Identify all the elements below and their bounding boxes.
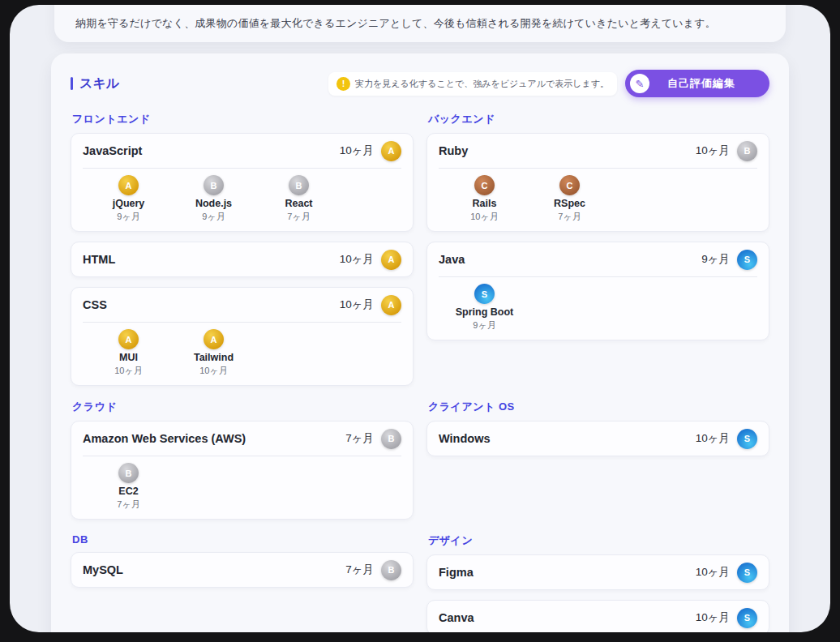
subskill-rails: C Rails 10ヶ月 (442, 175, 527, 223)
grade-badge: B (381, 429, 401, 449)
skill-card-canva: Canva 10ヶ月 S (426, 600, 769, 632)
skill-duration: 9ヶ月 (701, 252, 730, 267)
category-label: DB (72, 533, 414, 546)
skills-grid: フロントエンド JavaScript 10ヶ月 A (71, 112, 769, 632)
skill-duration: 10ヶ月 (340, 252, 374, 267)
warning-icon: ! (336, 77, 350, 91)
grade-badge: B (118, 463, 139, 483)
skill-card-java: Java 9ヶ月 S S Spring Boot (426, 242, 769, 340)
skill-name: CSS (83, 298, 107, 311)
grade-badge: S (737, 250, 757, 270)
app-window: 納期を守るだけでなく、成果物の価値を最大化できるエンジニアとして、今後も信頼され… (10, 5, 830, 632)
skill-name: Figma (439, 566, 474, 579)
skill-name: Canva (439, 611, 474, 624)
skill-card-aws: Amazon Web Services (AWS) 7ヶ月 B B (71, 421, 414, 520)
subskill-spring-boot: S Spring Boot 9ヶ月 (442, 284, 527, 332)
category-cloud: クラウド Amazon Web Services (AWS) 7ヶ月 B (71, 400, 414, 520)
category-label: バックエンド (428, 112, 769, 126)
divider (83, 322, 401, 323)
grid-row: クラウド Amazon Web Services (AWS) 7ヶ月 B (71, 400, 769, 520)
skill-duration: 10ヶ月 (696, 565, 730, 580)
category-label: クライアント OS (428, 400, 769, 414)
grade-badge: S (737, 563, 757, 583)
subskill-mui: A MUI 10ヶ月 (86, 329, 171, 377)
skill-duration: 7ヶ月 (345, 563, 374, 577)
skill-duration: 10ヶ月 (340, 143, 374, 158)
skill-duration: 7ヶ月 (345, 431, 374, 446)
grade-badge: A (118, 175, 139, 195)
grid-row: DB MySQL 7ヶ月 B (71, 533, 769, 632)
header-right: ! 実力を見える化することで、強みをビジュアルで表示します。 ✎ 自己評価編集 (328, 70, 769, 97)
skill-duration: 10ヶ月 (696, 431, 730, 446)
section-title: スキル (71, 75, 119, 92)
grade-badge: B (381, 560, 401, 580)
edit-button-label: 自己評価編集 (649, 76, 753, 91)
self-evaluation-edit-button[interactable]: ✎ 自己評価編集 (625, 70, 769, 97)
category-backend: バックエンド Ruby 10ヶ月 B (426, 112, 769, 340)
grade-badge: A (381, 141, 401, 161)
subskill-tailwind: A Tailwind 10ヶ月 (171, 329, 256, 377)
skill-name: Ruby (439, 144, 468, 157)
grade-badge: C (474, 175, 495, 195)
subskill-nodejs: B Node.js 9ヶ月 (171, 175, 256, 223)
skills-header: スキル ! 実力を見える化することで、強みをビジュアルで表示します。 ✎ 自己評… (71, 70, 769, 97)
pencil-icon: ✎ (630, 74, 649, 93)
skill-name: JavaScript (83, 144, 142, 157)
skills-card: スキル ! 実力を見える化することで、強みをビジュアルで表示します。 ✎ 自己評… (51, 54, 789, 632)
skill-name: Amazon Web Services (AWS) (83, 432, 246, 445)
skill-name: HTML (83, 253, 115, 266)
category-design: デザイン Figma 10ヶ月 S (426, 533, 769, 632)
subskill-ec2: B EC2 7ヶ月 (86, 463, 171, 511)
grade-badge: C (559, 175, 580, 195)
title-accent-bar (71, 77, 73, 90)
skill-card-figma: Figma 10ヶ月 S (426, 554, 769, 590)
grade-badge: B (289, 175, 309, 195)
skill-name: Windows (439, 432, 491, 445)
category-label: クラウド (72, 400, 414, 414)
skill-duration: 10ヶ月 (696, 143, 730, 158)
subskill-react: B React 7ヶ月 (256, 175, 341, 223)
skill-card-javascript: JavaScript 10ヶ月 A A jQuery (71, 133, 414, 232)
grade-badge: B (204, 175, 224, 195)
skill-card-html: HTML 10ヶ月 A (71, 242, 414, 277)
category-label: デザイン (428, 533, 769, 548)
divider (83, 456, 401, 456)
grade-badge: S (737, 429, 757, 449)
divider (83, 168, 401, 169)
skill-name: Java (439, 253, 465, 266)
category-frontend: フロントエンド JavaScript 10ヶ月 A (71, 112, 414, 386)
grade-badge: S (737, 608, 757, 628)
summary-text: 納期を守るだけでなく、成果物の価値を最大化できるエンジニアとして、今後も信頼され… (75, 16, 716, 31)
divider (439, 168, 757, 169)
subskill-jquery: A jQuery 9ヶ月 (86, 175, 171, 223)
notice-text: 実力を見える化することで、強みをビジュアルで表示します。 (355, 78, 609, 90)
grade-badge: A (118, 329, 139, 349)
skill-card-ruby: Ruby 10ヶ月 B C Rails (426, 133, 769, 232)
skill-card-mysql: MySQL 7ヶ月 B (71, 552, 414, 588)
divider (439, 276, 757, 277)
category-label: フロントエンド (72, 112, 414, 126)
grade-badge: A (204, 329, 224, 349)
grade-badge: B (737, 141, 757, 161)
skill-card-css: CSS 10ヶ月 A A MUI (71, 287, 414, 386)
skill-name: MySQL (83, 563, 123, 576)
skill-card-windows: Windows 10ヶ月 S (426, 421, 769, 456)
grade-badge: A (381, 295, 401, 315)
category-db: DB MySQL 7ヶ月 B (71, 533, 414, 588)
skill-duration: 10ヶ月 (696, 610, 730, 625)
summary-card: 納期を守るだけでなく、成果物の価値を最大化できるエンジニアとして、今後も信頼され… (54, 5, 786, 42)
notice: ! 実力を見える化することで、強みをビジュアルで表示します。 (328, 72, 617, 96)
skill-duration: 10ヶ月 (340, 297, 374, 312)
grid-row: フロントエンド JavaScript 10ヶ月 A (71, 112, 769, 386)
grade-badge: S (474, 284, 495, 304)
subskill-rspec: C RSpec 7ヶ月 (527, 175, 612, 223)
category-client-os: クライアント OS Windows 10ヶ月 S (426, 400, 769, 456)
grade-badge: A (381, 250, 401, 270)
section-title-text: スキル (79, 75, 119, 92)
